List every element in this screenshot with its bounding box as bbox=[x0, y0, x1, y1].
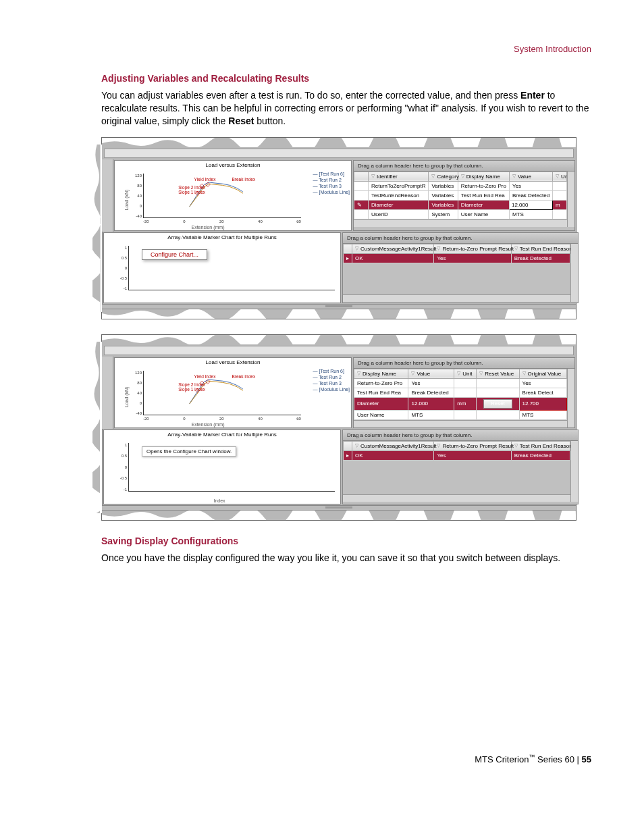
torn-edge-top bbox=[102, 138, 576, 147]
torn-edge-bottom bbox=[102, 309, 576, 319]
reset-button[interactable]: Reset bbox=[483, 399, 512, 409]
annot-slope1: Slope 1 Index bbox=[178, 190, 205, 194]
annot-slope2: Slope 2 Index bbox=[178, 185, 205, 190]
chart-legend: [Test Run 6] Test Run 2 Test Run 3 [Modu… bbox=[313, 171, 350, 195]
group-by-hint[interactable]: Drag a column header here to group by th… bbox=[343, 430, 578, 441]
tool-rail[interactable] bbox=[102, 159, 113, 232]
y-ticks: 120 80 40 0 -40 bbox=[130, 174, 142, 218]
annot-break: Break Index bbox=[232, 374, 255, 379]
tool-rail[interactable] bbox=[102, 357, 113, 429]
chart-title: Load versus Extension bbox=[115, 358, 351, 367]
filter-icon[interactable]: ▽ bbox=[371, 174, 375, 179]
chart-panel-load-extension: Load versus Extension Load (kN) 120 80 4… bbox=[114, 357, 352, 428]
annot-slope1: Slope 1 Index bbox=[178, 387, 205, 392]
x-axis-label: Extension (mm) bbox=[115, 422, 301, 427]
variables-grid-panel: Drag a column header here to group by th… bbox=[353, 357, 575, 428]
table-row-selected[interactable]: ▸OKYesBreak Detected bbox=[344, 450, 570, 460]
results-grid-panel: Drag a column header here to group by th… bbox=[342, 429, 579, 504]
variables-grid-panel: Drag a column header here to group by th… bbox=[353, 160, 575, 231]
table-row[interactable]: ReturnToZeroPromptRVariablesReturn-to-Ze… bbox=[354, 181, 567, 190]
table-row[interactable]: UserIDSystemUser NameMTS bbox=[354, 209, 567, 219]
table-header-row[interactable]: ▽Identifier ▽Category ▽Display Name ▽Val… bbox=[354, 172, 567, 181]
table-row-selected[interactable]: ✎DiameterVariablesDiameter12.000m bbox=[354, 200, 567, 209]
text: button. bbox=[254, 115, 286, 126]
annot-slope2: Slope 2 Index bbox=[178, 382, 205, 387]
annot-break: Break Index bbox=[232, 177, 255, 182]
y-ticks: 120 80 40 0 -40 bbox=[130, 371, 142, 415]
plot-area[interactable]: Yield Index Break Index Slope 2 Index Sl… bbox=[143, 371, 301, 415]
annot-yield: Yield Index bbox=[194, 177, 216, 182]
group-by-hint[interactable]: Drag a column header here to group by th… bbox=[354, 358, 574, 369]
grid-hscroll[interactable] bbox=[343, 294, 570, 302]
tool-rail[interactable] bbox=[102, 429, 103, 505]
splitter[interactable] bbox=[102, 304, 576, 309]
heading-adjusting: Adjusting Variables and Recalculating Re… bbox=[101, 73, 591, 84]
group-by-hint[interactable]: Drag a column header here to group by th… bbox=[343, 233, 578, 244]
torn-edge-top bbox=[102, 335, 576, 344]
y-axis-label: Load (kN) bbox=[124, 189, 129, 210]
torn-edge-left bbox=[92, 145, 102, 312]
tool-rail[interactable] bbox=[102, 232, 103, 304]
chart-panel-load-extension: Load versus Extension Load (kN) 120 80 4… bbox=[114, 160, 352, 231]
configure-chart-menu-item[interactable]: Configure Chart... bbox=[142, 249, 207, 260]
chart-legend: [Test Run 6] Test Run 2 Test Run 3 [Modu… bbox=[313, 368, 350, 392]
section-header: System Introduction bbox=[101, 44, 591, 54]
horizontal-scrollbar[interactable] bbox=[104, 346, 574, 355]
y-ticks: 1 0.5 0 -0.5 -1 bbox=[115, 246, 127, 290]
annot-yield: Yield Index bbox=[194, 374, 216, 379]
variables-table[interactable]: ▽Identifier ▽Category ▽Display Name ▽Val… bbox=[354, 172, 567, 219]
text: You can adjust variables even after a te… bbox=[101, 90, 520, 101]
results-grid-panel: Drag a column header here to group by th… bbox=[342, 232, 579, 303]
table-row[interactable]: Test Run End ReaBreak DetectedBreak Dete… bbox=[354, 388, 567, 397]
filter-icon[interactable]: ▽ bbox=[512, 174, 516, 179]
table-header-row[interactable]: ▽CustomMessageActivity1Result ▽Return-to… bbox=[344, 244, 570, 253]
filter-icon[interactable]: ▽ bbox=[556, 174, 559, 179]
para-adjusting: You can adjust variables even after a te… bbox=[101, 89, 591, 128]
x-axis-label: Index bbox=[104, 498, 335, 503]
splitter[interactable] bbox=[102, 505, 576, 511]
results-table[interactable]: ▽CustomMessageActivity1Result ▽Return-to… bbox=[343, 244, 570, 263]
value-edit-cell[interactable]: 12.000 bbox=[509, 200, 552, 209]
horizontal-scrollbar[interactable] bbox=[104, 149, 574, 158]
screenshot-1: Load versus Extension Load (kN) 120 80 4… bbox=[101, 137, 576, 319]
chart-panel-marker: Array-Variable Marker Chart for Multiple… bbox=[103, 232, 341, 303]
group-by-hint[interactable]: Drag a column header here to group by th… bbox=[354, 161, 574, 172]
para-saving: Once you have the display configured the… bbox=[101, 552, 591, 565]
table-header-row[interactable]: ▽Display Name ▽Value ▽Unit ▽Reset Value … bbox=[354, 369, 567, 378]
chart-title: Array-Variable Marker Chart for Multiple… bbox=[104, 233, 340, 242]
kbd-enter: Enter bbox=[520, 90, 545, 101]
row-edit-icon: ✎ bbox=[354, 200, 369, 209]
table-row[interactable]: TestRunEndReasonVariablesTest Run End Re… bbox=[354, 190, 567, 200]
plot-area[interactable]: Yield Index Break Index Slope 2 Index Sl… bbox=[143, 174, 301, 218]
grid-vscroll[interactable] bbox=[567, 369, 574, 427]
y-axis-label: Load (kN) bbox=[124, 386, 129, 407]
grid-vscroll[interactable] bbox=[570, 441, 578, 502]
x-ticks: -200204060 bbox=[143, 219, 301, 224]
page-footer: MTS Criterion™ Series 60 | 55 bbox=[101, 754, 591, 764]
variables-table[interactable]: ▽Display Name ▽Value ▽Unit ▽Reset Value … bbox=[354, 369, 567, 420]
heading-saving: Saving Display Configurations bbox=[101, 536, 591, 546]
results-table[interactable]: ▽CustomMessageActivity1Result ▽Return-to… bbox=[343, 441, 570, 461]
configure-chart-tooltip: Opens the Configure Chart window. bbox=[142, 446, 236, 457]
chart-panel-marker: Array-Variable Marker Chart for Multiple… bbox=[103, 429, 341, 504]
grid-hscroll[interactable] bbox=[343, 494, 570, 502]
screenshot-2: Load versus Extension Load (kN) 120 80 4… bbox=[101, 334, 576, 521]
grid-hscroll[interactable] bbox=[354, 420, 567, 427]
filter-icon[interactable]: ▽ bbox=[431, 174, 435, 179]
table-row[interactable]: User NameMTSMTS bbox=[354, 410, 567, 419]
table-row-selected[interactable]: ▸OKYesBreak Detected bbox=[344, 253, 570, 263]
torn-edge-bottom bbox=[102, 511, 576, 520]
grid-vscroll[interactable] bbox=[570, 244, 578, 302]
filter-icon[interactable]: ▽ bbox=[461, 174, 464, 179]
table-header-row[interactable]: ▽CustomMessageActivity1Result ▽Return-to… bbox=[344, 441, 570, 450]
grid-vscroll[interactable] bbox=[567, 172, 574, 227]
table-row-selected[interactable]: Diameter 12.000 mm Reset 12.700 bbox=[354, 397, 567, 410]
x-axis-label: Extension (mm) bbox=[115, 225, 301, 230]
y-ticks: 1 0.5 0 -0.5 -1 bbox=[115, 443, 127, 492]
chart-title: Array-Variable Marker Chart for Multiple… bbox=[104, 430, 340, 439]
table-row[interactable]: Return-to-Zero ProYesYes bbox=[354, 378, 567, 388]
x-ticks: -200204060 bbox=[143, 417, 301, 421]
grid-hscroll[interactable] bbox=[354, 219, 567, 227]
reset-ref: Reset bbox=[228, 115, 254, 126]
chart-title: Load versus Extension bbox=[115, 161, 351, 170]
